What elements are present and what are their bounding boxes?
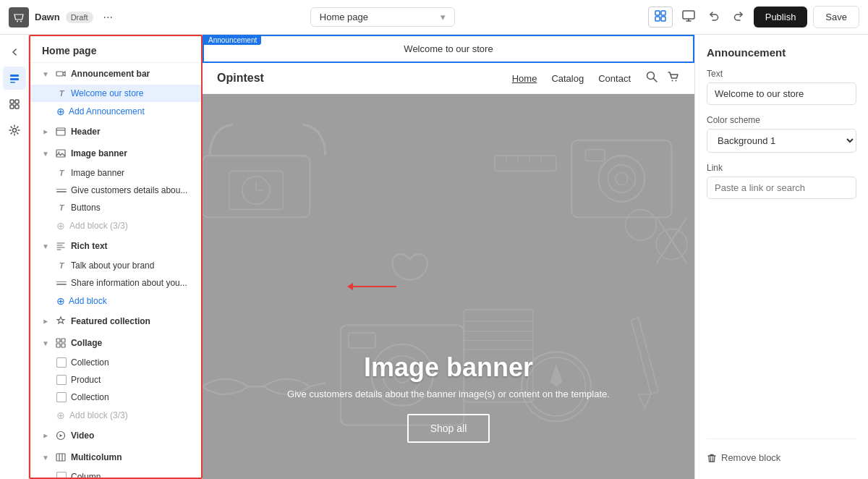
svg-rect-45 — [349, 333, 375, 348]
sidebar-item-share-info[interactable]: Share information about you... — [30, 274, 201, 292]
remove-block-label: Remove block — [721, 452, 780, 463]
caret-icon: ▼ — [42, 454, 49, 462]
add-block-label: Add block — [69, 296, 107, 306]
cart-icon[interactable] — [667, 70, 680, 86]
sidebar-section-featured-collection[interactable]: ▼ Featured collection — [30, 310, 201, 332]
svg-rect-9 — [10, 82, 15, 83]
video-icon — [55, 430, 67, 441]
sidebar-item-give-customers[interactable]: Give customers details abou... — [30, 182, 201, 199]
sidebar-section-multicolumn[interactable]: ▼ Multicolumn — [30, 446, 201, 468]
announcement-bar-icon — [55, 68, 67, 80]
nav-link-contact[interactable]: Contact — [598, 73, 631, 84]
trash-icon — [707, 453, 717, 463]
caret-icon: ▼ — [41, 318, 49, 325]
sidebar-section-header[interactable]: ▼ Header — [30, 121, 201, 143]
svg-point-35 — [608, 165, 635, 192]
sidebar-section-video[interactable]: ▼ Video — [30, 425, 201, 446]
topbar-left: Dawn Draft ··· — [9, 7, 117, 27]
store-icon — [9, 7, 29, 27]
text-icon: T — [56, 203, 67, 213]
grid-view-button[interactable] — [648, 7, 673, 27]
featured-collection-label: Featured collection — [71, 316, 150, 326]
panel-text-label: Text — [707, 69, 856, 79]
buttons-label: Buttons — [71, 203, 101, 213]
sections-button[interactable] — [3, 67, 26, 90]
nav-link-catalog[interactable]: Catalog — [551, 73, 584, 84]
svg-rect-17 — [56, 150, 65, 157]
announcement-tag: Announcement — [204, 35, 261, 45]
more-options-button[interactable]: ··· — [99, 9, 117, 25]
panel-color-scheme-select[interactable]: Background 1 Background 2 Inverse Accent… — [707, 129, 856, 153]
svg-point-27 — [676, 80, 677, 82]
box-icon — [56, 392, 67, 402]
sidebar-title: Home page — [30, 36, 201, 63]
panel-footer: Remove block — [707, 438, 856, 467]
back-button[interactable] — [3, 41, 26, 64]
image-banner-item-label: Image banner — [71, 168, 124, 178]
redo-button[interactable] — [729, 7, 748, 28]
add-announcement-button[interactable]: ⊕ Add Announcement — [30, 102, 201, 121]
sidebar-item-column-1[interactable]: Column — [30, 468, 201, 479]
svg-rect-11 — [15, 100, 19, 103]
svg-point-1 — [20, 20, 22, 22]
panel-link-label: Link — [707, 163, 856, 173]
caret-icon: ▼ — [42, 242, 49, 250]
panel-text-input[interactable] — [707, 82, 856, 105]
sidebar-section-announcement-bar[interactable]: ▼ Announcement bar — [30, 63, 201, 85]
publish-button[interactable]: Publish — [754, 7, 808, 27]
plus-icon: ⊕ — [56, 106, 65, 117]
sidebar-item-collection-1[interactable]: Collection — [30, 354, 201, 371]
sidebar-item-product-1[interactable]: Product — [30, 371, 201, 389]
panel-color-scheme-label: Color scheme — [707, 115, 856, 125]
sidebar-item-buttons[interactable]: T Buttons — [30, 199, 201, 216]
announcement-bar-canvas[interactable]: Announcement Welcome to our store — [203, 35, 694, 63]
save-button[interactable]: Save — [813, 6, 859, 28]
svg-point-36 — [616, 173, 628, 185]
nav-link-home[interactable]: Home — [512, 73, 537, 84]
plus-disabled-icon: ⊕ — [56, 220, 65, 232]
apps-button[interactable] — [3, 93, 26, 116]
svg-point-55 — [656, 229, 687, 260]
collage-label: Collage — [71, 338, 102, 348]
svg-rect-33 — [571, 140, 671, 217]
settings-button[interactable] — [3, 119, 26, 142]
banner-area: Image banner Give customers details abou… — [203, 94, 694, 479]
sidebar-item-collection-2[interactable]: Collection — [30, 389, 201, 406]
panel-title: Announcement — [707, 46, 856, 59]
panel-color-scheme-field: Color scheme Background 1 Background 2 I… — [707, 115, 856, 153]
sidebar-item-talk-about[interactable]: T Talk about your brand — [30, 257, 201, 274]
collection-1-label: Collection — [71, 357, 109, 368]
arrow-line — [353, 286, 396, 287]
svg-point-18 — [58, 152, 59, 153]
page-selector[interactable]: Home page ▾ — [310, 7, 455, 27]
panel-link-input[interactable] — [707, 177, 856, 199]
lines-icon — [56, 185, 67, 195]
panel-link-field: Link — [707, 163, 856, 199]
remove-block-button[interactable]: Remove block — [707, 448, 780, 467]
video-label: Video — [71, 431, 94, 441]
banner-title: Image banner — [287, 352, 610, 383]
product-1-label: Product — [71, 375, 101, 385]
nav-links: Home Catalog Contact — [512, 73, 631, 84]
plus-icon: ⊕ — [56, 295, 65, 307]
text-icon: T — [56, 168, 67, 178]
sidebar-section-collage[interactable]: ▼ Collage — [30, 332, 201, 354]
svg-point-34 — [598, 156, 644, 202]
undo-button[interactable] — [705, 7, 723, 28]
desktop-preview-button[interactable] — [678, 7, 699, 28]
main-layout: Home page ▼ Announcement bar T Welcome o… — [0, 35, 868, 479]
shop-all-button[interactable]: Shop all — [407, 414, 490, 443]
svg-rect-5 — [661, 17, 665, 21]
svg-rect-20 — [61, 339, 65, 342]
sidebar-item-welcome[interactable]: T Welcome our store — [30, 85, 201, 102]
give-customers-label: Give customers details abou... — [71, 185, 187, 195]
collage-icon — [55, 337, 67, 349]
section-arrow-indicator — [347, 283, 396, 290]
add-block-rich-text-button[interactable]: ⊕ Add block — [30, 292, 201, 310]
sidebar-section-rich-text[interactable]: ▼ Rich text — [30, 235, 201, 257]
search-icon[interactable] — [645, 70, 658, 86]
sidebar-item-image-banner[interactable]: T Image banner — [30, 164, 201, 182]
announcement-text: Welcome to our store — [204, 36, 693, 62]
sidebar-section-image-banner[interactable]: ▼ Image banner — [30, 143, 201, 164]
text-icon: T — [56, 88, 67, 98]
